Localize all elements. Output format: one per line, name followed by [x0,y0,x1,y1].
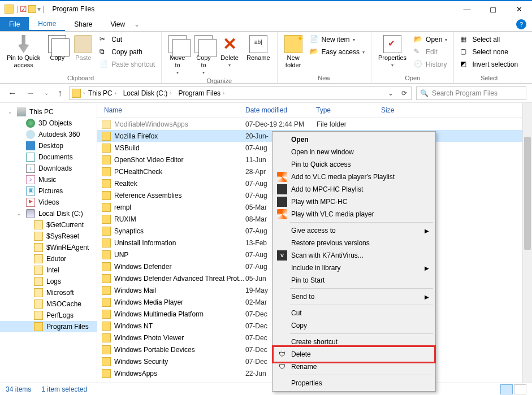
copy-to-button[interactable]: Copy to▾ [192,34,215,76]
ctx-pin-quick-access[interactable]: Pin to Quick access [274,158,434,171]
qa-folder-icon[interactable] [28,5,36,13]
tree-item[interactable]: Program Files [0,321,97,332]
navigation-pane[interactable]: ⌄This PC3D ObjectsAutodesk 360DesktopDoc… [0,103,97,383]
copy-icon [48,35,66,53]
ctx-pin-start[interactable]: Pin to Start [274,274,434,287]
move-to-button[interactable]: Move to▾ [166,34,189,76]
breadcrumb-local-disk[interactable]: Local Disk (C:)› [120,87,175,99]
forward-button[interactable]: → [24,88,37,98]
tree-item[interactable]: Logs [0,276,97,287]
tree-item[interactable]: ⌄This PC [0,106,97,118]
tree-item[interactable]: Videos [0,197,97,208]
tree-item[interactable]: MSOCache [0,298,97,310]
select-none-button[interactable]: ▢Select none [459,46,520,58]
back-button[interactable]: ← [6,88,19,98]
column-date[interactable]: Date modified [242,105,313,115]
copy-button[interactable]: Copy [46,34,68,63]
tree-item[interactable]: $WinREAgent [0,242,97,253]
breadcrumb-program-files[interactable]: Program Files› [175,87,228,99]
rename-button[interactable]: Rename [244,34,273,63]
view-icons-button[interactable] [514,384,526,394]
tree-item[interactable]: Downloads [0,163,97,174]
copy-path-icon: ⧉ [100,47,109,57]
ctx-play-mpc[interactable]: Play with MPC-HC [274,196,434,208]
tree-item-label: 3D Objects [38,119,72,127]
recent-locations-button[interactable]: ⌄ [42,90,51,96]
paste-button[interactable]: Paste [72,34,94,63]
breadcrumb-this-pc[interactable]: This PC› [85,87,120,99]
paste-shortcut-button[interactable]: 📄Paste shortcut [98,59,157,70]
view-details-button[interactable] [500,384,513,394]
edit-button[interactable]: ✎Edit [412,46,449,58]
open-button[interactable]: 📂Open ▾ [412,34,449,45]
scrollbar[interactable] [522,103,532,383]
invert-selection-button[interactable]: ◩Invert selection [459,59,520,70]
easy-access-button[interactable]: 📂Easy access ▾ [308,46,366,58]
column-type[interactable]: Type [313,105,378,115]
ribbon-collapse-button[interactable]: ⌄ [134,17,140,31]
tab-view[interactable]: View [101,17,134,31]
ctx-send-to[interactable]: Send to▶ [274,290,434,303]
up-button[interactable]: ↑ [55,88,64,98]
ctx-scan-k7[interactable]: VScan with K7AntiVirus... [274,249,434,262]
close-button[interactable]: ✕ [506,1,532,18]
table-row[interactable]: ModifiableWindowsApps07-Dec-19 2:44 PMFi… [97,118,532,130]
tree-item[interactable]: Autodesk 360 [0,129,97,140]
ctx-open[interactable]: Open [274,133,434,146]
tree-item[interactable]: Music [0,174,97,185]
copy-path-button[interactable]: ⧉Copy path [98,46,157,58]
tree-item[interactable]: Pictures [0,185,97,197]
ctx-include-library[interactable]: Include in library▶ [274,262,434,274]
column-size[interactable]: Size [378,105,417,115]
group-organize-label: Organize [207,76,232,86]
delete-button[interactable]: ✕Delete▾ [218,34,241,69]
tree-folder-icon [34,254,43,263]
ctx-delete[interactable]: 🛡Delete [274,348,434,361]
tree-folder-icon [34,277,43,286]
row-name: UNP [114,251,245,259]
column-name[interactable]: Name [97,105,242,115]
cut-button[interactable]: ✂Cut [98,34,157,45]
tree-item[interactable]: Microsoft [0,287,97,298]
tree-item[interactable]: $SysReset [0,231,97,242]
tree-item[interactable]: Intel [0,264,97,276]
tree-item[interactable]: Edutor [0,253,97,264]
qa-checkbox-icon[interactable]: ☑ [20,5,27,14]
maximize-button[interactable]: ▢ [480,1,506,18]
address-bar[interactable]: › This PC› Local Disk (C:)› Program File… [69,86,412,100]
tree-item[interactable]: 3D Objects [0,118,97,129]
ctx-mpc-add[interactable]: Add to MPC-HC Playlist [274,183,434,196]
tree-item[interactable]: ⌄Local Disk (C:) [0,208,97,219]
help-icon[interactable]: ? [516,19,526,29]
tab-file[interactable]: File [0,17,29,31]
ctx-cut[interactable]: Cut [274,307,434,319]
select-all-button[interactable]: ▦Select all [459,34,520,45]
ctx-create-shortcut[interactable]: Create shortcut [274,336,434,348]
tab-share[interactable]: Share [65,17,101,31]
tree-item[interactable]: Desktop [0,140,97,151]
minimize-button[interactable]: — [454,1,480,18]
address-dropdown-button[interactable]: ⌄ [384,87,397,99]
search-input[interactable]: 🔍 Search Program Files [416,86,526,100]
ctx-play-vlc[interactable]: Play with VLC media player [274,208,434,220]
history-button[interactable]: 🕘History [412,59,449,70]
tree-item[interactable]: $GetCurrent [0,219,97,231]
tab-home[interactable]: Home [29,17,65,31]
ctx-properties[interactable]: Properties [274,377,434,389]
ctx-rename[interactable]: 🛡Rename [274,361,434,373]
ctx-restore-versions[interactable]: Restore previous versions [274,237,434,249]
ctx-give-access[interactable]: Give access to▶ [274,224,434,237]
ctx-copy[interactable]: Copy [274,319,434,332]
pin-to-quick-access-button[interactable]: Pin to Quick access [5,34,42,70]
scrollbar-thumb[interactable] [524,137,531,250]
refresh-button[interactable]: ⟳ [397,87,411,99]
new-folder-button[interactable]: New folder [282,34,305,70]
vlc-icon [277,209,287,219]
tree-item[interactable]: PerfLogs [0,310,97,321]
properties-button[interactable]: Properties▾ [376,34,409,69]
ctx-open-new-window[interactable]: Open in new window [274,146,434,158]
new-item-button[interactable]: 📄New item ▾ [308,34,366,45]
tree-folder-icon [34,322,43,331]
tree-item[interactable]: Documents [0,151,97,163]
ctx-vlc-add[interactable]: Add to VLC media player's Playlist [274,171,434,183]
